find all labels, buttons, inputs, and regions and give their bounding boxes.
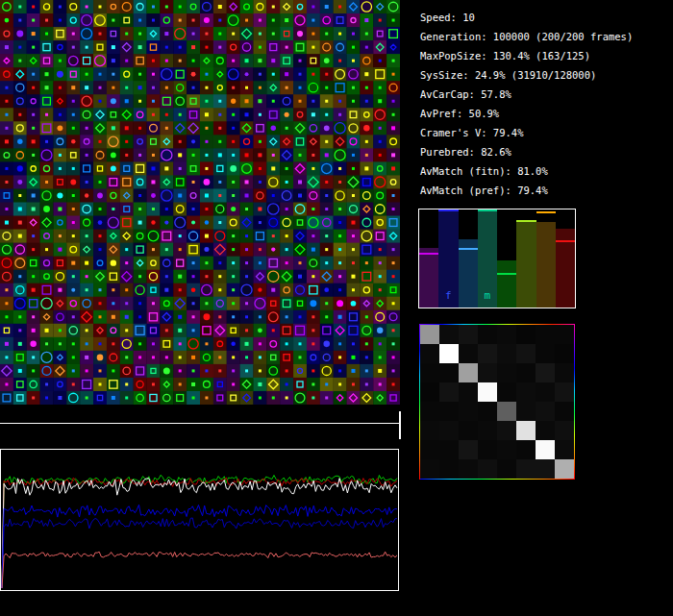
stat-avpref: AvPref: 50.9% bbox=[420, 104, 633, 123]
heatmap-cell bbox=[497, 459, 516, 479]
history-line-chart bbox=[0, 449, 399, 591]
bar-marker bbox=[536, 211, 556, 213]
heatmap-cell bbox=[516, 382, 536, 402]
bar-slot bbox=[459, 209, 478, 308]
bar-marker bbox=[419, 253, 438, 255]
heatmap-cell bbox=[420, 459, 439, 479]
heatmap-cell bbox=[459, 382, 478, 402]
similarity-heatmap bbox=[419, 324, 575, 480]
heatmap-cell bbox=[478, 344, 497, 363]
heatmap-cell bbox=[420, 363, 439, 382]
heatmap-cell bbox=[555, 421, 574, 440]
heatmap-cell bbox=[459, 325, 478, 344]
bar-slot: m bbox=[478, 209, 497, 308]
heatmap-cell bbox=[555, 402, 574, 421]
heatmap-cell bbox=[497, 402, 516, 421]
bar bbox=[516, 221, 536, 308]
bar-slot bbox=[556, 209, 575, 308]
timeline-thumb[interactable] bbox=[399, 411, 401, 439]
bar bbox=[536, 222, 556, 308]
heatmap-cell bbox=[420, 421, 439, 440]
bar-slot bbox=[419, 209, 438, 308]
heatmap-cell bbox=[439, 363, 459, 382]
timeline-track[interactable] bbox=[0, 409, 401, 440]
heatmap-cell bbox=[555, 325, 574, 344]
heatmap-cell bbox=[439, 344, 459, 363]
heatmap-cell bbox=[516, 325, 536, 344]
stat-avcarcap: AvCarCap: 57.8% bbox=[420, 85, 633, 104]
heatmap-cell bbox=[439, 421, 459, 440]
history-line-canvas bbox=[1, 450, 398, 590]
heatmap-cell bbox=[555, 382, 574, 402]
heatmap-cell bbox=[439, 459, 459, 479]
heatmap-cell bbox=[497, 382, 516, 402]
heatmap-cell bbox=[459, 421, 478, 440]
stats-panel: Speed: 10 Generation: 100000 (200/200 fr… bbox=[420, 8, 633, 200]
heatmap-cell bbox=[536, 363, 555, 382]
heatmap-cell bbox=[555, 344, 574, 363]
heatmap-cell bbox=[459, 344, 478, 363]
heatmap-cell bbox=[497, 325, 516, 344]
heatmap-cell bbox=[439, 325, 459, 344]
heatmap-cell bbox=[516, 440, 536, 459]
bar-slot bbox=[536, 209, 556, 308]
bar-slot: f bbox=[438, 209, 458, 308]
heatmap-cell bbox=[439, 402, 459, 421]
heatmap-cell bbox=[459, 363, 478, 382]
population-grid-canvas[interactable] bbox=[0, 0, 400, 405]
heatmap-cell bbox=[536, 382, 555, 402]
bar bbox=[497, 260, 516, 308]
heatmap-cell bbox=[516, 459, 536, 479]
heatmap-cell bbox=[459, 402, 478, 421]
bar bbox=[419, 248, 438, 308]
heatmap-cell bbox=[516, 402, 536, 421]
heatmap-cell bbox=[497, 363, 516, 382]
heatmap-cell bbox=[536, 325, 555, 344]
bar-label: m bbox=[478, 289, 497, 302]
heatmap-cell bbox=[536, 344, 555, 363]
heatmap-cell bbox=[497, 421, 516, 440]
bar-marker bbox=[459, 248, 478, 250]
bar-slot bbox=[516, 209, 536, 308]
bar-label: f bbox=[438, 289, 458, 302]
app-root: Speed: 10 Generation: 100000 (200/200 fr… bbox=[0, 0, 673, 616]
timeline-line bbox=[0, 423, 400, 424]
stat-purebred: Purebred: 82.6% bbox=[420, 142, 633, 161]
bar-marker bbox=[438, 209, 458, 211]
heatmap-cell bbox=[420, 440, 439, 459]
heatmap-cell bbox=[478, 421, 497, 440]
stat-speed: Speed: 10 bbox=[420, 8, 633, 27]
bar-marker bbox=[556, 240, 575, 242]
heatmap-cell bbox=[478, 459, 497, 479]
bar-marker bbox=[516, 220, 536, 222]
heatmap-cell bbox=[497, 344, 516, 363]
heatmap-cell bbox=[439, 382, 459, 402]
stat-avmatch-fitn: AvMatch (fitn): 81.0% bbox=[420, 161, 633, 181]
heatmap-cell bbox=[555, 363, 574, 382]
bar-marker bbox=[478, 209, 497, 211]
heatmap-cell bbox=[459, 440, 478, 459]
heatmap-cell bbox=[478, 325, 497, 344]
stat-generation: Generation: 100000 (200/200 frames) bbox=[420, 27, 633, 46]
heatmap-cell bbox=[555, 459, 574, 479]
heatmap-cell bbox=[516, 363, 536, 382]
heatmap-cell bbox=[420, 325, 439, 344]
heatmap-cell bbox=[459, 459, 478, 479]
heatmap-cell bbox=[516, 421, 536, 440]
heatmap-cell bbox=[439, 440, 459, 459]
heatmap-cell bbox=[478, 363, 497, 382]
heatmap-cell bbox=[555, 440, 574, 459]
heatmap-cell bbox=[478, 382, 497, 402]
heatmap-cell bbox=[516, 344, 536, 363]
heatmap-cell bbox=[420, 382, 439, 402]
heatmap-border-right bbox=[574, 324, 575, 480]
heatmap-cell bbox=[536, 459, 555, 479]
fitness-bar-chart: fm bbox=[418, 209, 576, 308]
stat-maxpopsize: MaxPopSize: 130.4% (163/125) bbox=[420, 46, 633, 65]
stat-avmatch-pref: AvMatch (pref): 79.4% bbox=[420, 181, 633, 200]
bar-marker bbox=[497, 273, 516, 275]
bar-slot bbox=[497, 209, 516, 308]
heatmap-cell bbox=[478, 402, 497, 421]
stat-cramers-v: Cramer's V: 79.4% bbox=[420, 123, 633, 142]
heatmap-cells bbox=[420, 325, 574, 479]
